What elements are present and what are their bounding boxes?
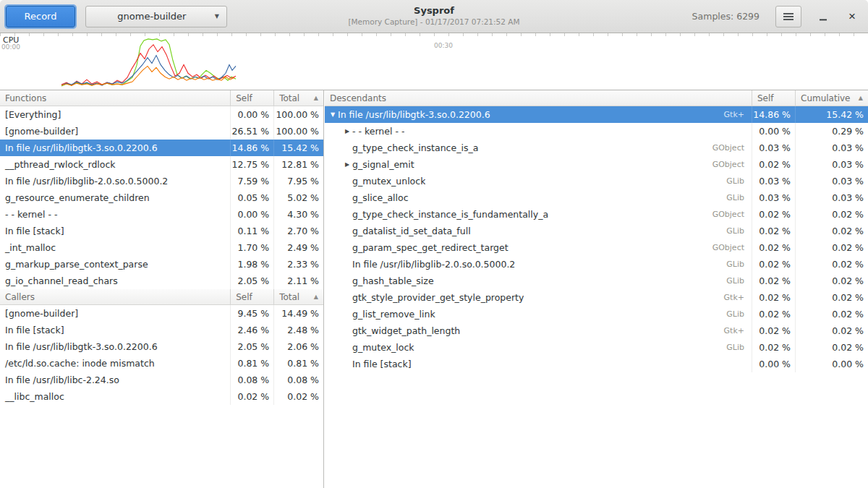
- cell-function-name: g_mutex_unlockGLib: [325, 173, 752, 189]
- cell-cumulative-value: 0.02 %: [796, 289, 868, 306]
- cell-function-name: g_datalist_id_set_data_fullGLib: [325, 223, 752, 239]
- descendants-column-header[interactable]: Descendants: [325, 90, 752, 106]
- function-name-label: g_hash_table_size: [352, 275, 434, 286]
- table-row[interactable]: _int_malloc1.70 %2.49 %: [0, 239, 323, 256]
- table-row[interactable]: g_slice_allocGLib0.03 %0.03 %: [325, 189, 868, 206]
- total-column-header[interactable]: Total ▲: [274, 289, 323, 304]
- cell-function-name: g_type_check_instance_is_fundamentally_a…: [325, 206, 752, 223]
- table-row[interactable]: g_datalist_id_set_data_fullGLib0.02 %0.0…: [325, 223, 868, 239]
- cell-self-value: 7.59 %: [231, 173, 274, 189]
- table-row[interactable]: g_resource_enumerate_children0.05 %5.02 …: [0, 189, 323, 206]
- cpu-graph[interactable]: CPU 00:00 00:30: [0, 33, 868, 90]
- cell-total-value: 12.81 %: [274, 156, 323, 173]
- table-row[interactable]: __libc_malloc0.02 %0.02 %: [0, 388, 323, 405]
- cell-self-value: 0.00 %: [752, 123, 796, 140]
- window-subtitle: [Memory Capture] - 01/17/2017 07:21:52 A…: [217, 17, 651, 26]
- record-button[interactable]: Record: [6, 6, 75, 27]
- menu-button[interactable]: [775, 6, 801, 27]
- cell-total-value: 0.02 %: [274, 388, 323, 405]
- table-row[interactable]: gtk_style_provider_get_style_propertyGtk…: [325, 289, 868, 306]
- library-badge: GLib: [719, 343, 744, 352]
- cell-self-value: 0.02 %: [752, 223, 796, 239]
- table-row[interactable]: ▼In file /usr/lib/libgtk-3.so.0.2200.6Gt…: [325, 106, 868, 123]
- library-badge: GObject: [705, 210, 744, 219]
- table-row[interactable]: In file [stack]0.11 %2.70 %: [0, 223, 323, 239]
- table-row[interactable]: ▶- - kernel - -0.00 %0.29 %: [325, 123, 868, 140]
- cumulative-column-header[interactable]: Cumulative ▲: [796, 90, 868, 106]
- table-row[interactable]: In file /usr/lib/libgtk-3.so.0.2200.62.0…: [0, 338, 323, 355]
- sort-indicator-icon: ▲: [859, 95, 863, 101]
- expander-icon[interactable]: ▼: [328, 111, 338, 118]
- self-column-header[interactable]: Self: [752, 90, 796, 106]
- table-row[interactable]: g_markup_parse_context_parse1.98 %2.33 %: [0, 256, 323, 273]
- cell-total-value: 100.00 %: [274, 123, 323, 140]
- callers-header-row: Callers Self Total ▲: [0, 289, 323, 305]
- total-column-header[interactable]: Total ▲: [274, 90, 323, 106]
- cell-total-value: 2.06 %: [274, 338, 323, 355]
- cell-self-value: 0.00 %: [231, 106, 274, 123]
- process-selector-button[interactable]: gnome-builder ▼: [85, 6, 227, 27]
- main-area: Functions Self Total ▲ [Everything]0.00 …: [0, 90, 868, 488]
- cell-function-name: [gnome-builder]: [0, 123, 231, 140]
- function-name-label: In file [stack]: [352, 359, 412, 369]
- expander-icon[interactable]: ▶: [342, 128, 352, 134]
- self-column-header[interactable]: Self: [231, 289, 274, 304]
- sort-indicator-icon: ▲: [314, 294, 318, 300]
- cell-self-value: 1.70 %: [231, 239, 274, 256]
- cell-cumulative-value: 0.03 %: [796, 140, 868, 156]
- cell-cumulative-value: 0.02 %: [796, 223, 868, 239]
- minimize-button[interactable]: [813, 6, 833, 27]
- table-row[interactable]: In file [stack]2.46 %2.48 %: [0, 322, 323, 338]
- callers-rows: [gnome-builder]9.45 %14.49 %In file [sta…: [0, 305, 323, 405]
- cell-self-value: 14.86 %: [231, 140, 274, 156]
- cell-function-name: In file /usr/lib/libglib-2.0.so.0.5000.2…: [325, 256, 752, 273]
- function-name-label: g_type_check_instance_is_fundamentally_a: [352, 209, 548, 220]
- table-row[interactable]: gtk_widget_path_lengthGtk+0.02 %0.02 %: [325, 322, 868, 339]
- table-row[interactable]: __pthread_rwlock_rdlock12.75 %12.81 %: [0, 156, 323, 173]
- table-row[interactable]: [gnome-builder]9.45 %14.49 %: [0, 305, 323, 322]
- cell-function-name: [Everything]: [0, 106, 231, 123]
- callers-column-header[interactable]: Callers: [0, 289, 231, 304]
- table-row[interactable]: [Everything]0.00 %100.00 %: [0, 106, 323, 123]
- cell-self-value: 0.00 %: [752, 356, 796, 372]
- table-row[interactable]: g_hash_table_sizeGLib0.02 %0.02 %: [325, 273, 868, 289]
- table-row[interactable]: g_param_spec_get_redirect_targetGObject0…: [325, 239, 868, 256]
- table-row[interactable]: g_mutex_unlockGLib0.03 %0.03 %: [325, 173, 868, 189]
- table-row[interactable]: In file /usr/lib/libc-2.24.so0.08 %0.08 …: [0, 372, 323, 388]
- table-row[interactable]: /etc/ld.so.cache: inode mismatch0.81 %0.…: [0, 355, 323, 372]
- table-row[interactable]: In file /usr/lib/libgtk-3.so.0.2200.614.…: [0, 140, 323, 156]
- cell-function-name: In file [stack]: [0, 322, 231, 338]
- cell-function-name: [gnome-builder]: [0, 305, 231, 322]
- cell-function-name: g_hash_table_sizeGLib: [325, 273, 752, 289]
- cell-function-name: g_param_spec_get_redirect_targetGObject: [325, 239, 752, 256]
- left-pane: Functions Self Total ▲ [Everything]0.00 …: [0, 90, 324, 488]
- table-row[interactable]: ▶g_signal_emitGObject0.02 %0.03 %: [325, 156, 868, 173]
- table-row[interactable]: - - kernel - -0.00 %4.30 %: [0, 206, 323, 223]
- cell-self-value: 2.05 %: [231, 273, 274, 289]
- expander-icon[interactable]: ▶: [342, 161, 352, 168]
- cell-self-value: 26.51 %: [231, 123, 274, 140]
- cell-function-name: g_type_check_instance_is_aGObject: [325, 140, 752, 156]
- table-row[interactable]: In file /usr/lib/libglib-2.0.so.0.5000.2…: [0, 173, 323, 189]
- cell-function-name: g_io_channel_read_chars: [0, 273, 231, 289]
- table-row[interactable]: g_io_channel_read_chars2.05 %2.11 %: [0, 273, 323, 289]
- self-column-header[interactable]: Self: [231, 90, 274, 106]
- table-row[interactable]: In file /usr/lib/libglib-2.0.so.0.5000.2…: [325, 256, 868, 273]
- table-row[interactable]: g_type_check_instance_is_aGObject0.03 %0…: [325, 140, 868, 156]
- total-column-label: Total: [279, 292, 299, 302]
- table-row[interactable]: In file [stack]0.00 %0.00 %: [325, 356, 868, 372]
- table-row[interactable]: [gnome-builder]26.51 %100.00 %: [0, 123, 323, 140]
- cell-total-value: 2.11 %: [274, 273, 323, 289]
- functions-column-header[interactable]: Functions: [0, 90, 231, 106]
- table-row[interactable]: g_type_check_instance_is_fundamentally_a…: [325, 206, 868, 223]
- total-column-label: Total: [279, 93, 299, 103]
- right-pane: Descendants Self Cumulative ▲ ▼In file /…: [325, 90, 868, 488]
- cell-self-value: 0.02 %: [231, 388, 274, 405]
- close-button[interactable]: ×: [842, 6, 862, 27]
- cell-total-value: 4.30 %: [274, 206, 323, 223]
- table-row[interactable]: g_list_remove_linkGLib0.02 %0.02 %: [325, 306, 868, 322]
- table-row[interactable]: g_mutex_lockGLib0.02 %0.02 %: [325, 339, 868, 356]
- cell-self-value: 1.98 %: [231, 256, 274, 273]
- cell-function-name: In file /usr/lib/libglib-2.0.so.0.5000.2: [0, 173, 231, 189]
- self-column-label: Self: [236, 292, 252, 302]
